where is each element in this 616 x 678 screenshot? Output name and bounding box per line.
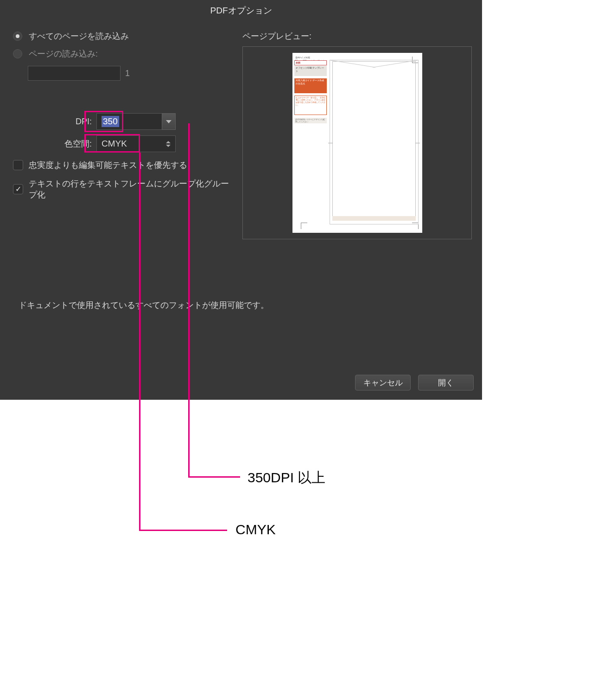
checkbox-checked-icon: ✓	[13, 184, 23, 194]
page-total-count: 1	[125, 69, 130, 78]
colorspace-select[interactable]: CMYK	[96, 135, 176, 152]
annotation-line-cs-v	[139, 153, 140, 531]
colorspace-label: 色空間:	[13, 138, 96, 149]
preview-title: オフセット印刷 テンプレート	[294, 66, 327, 76]
page-preview-box: 長4サイズ封筒 90mm×205mmカラー/モノクロ 表面 オフセット印刷 テン…	[242, 46, 472, 239]
font-status-text: ドキュメントで使用されているすべてのフォントが使用可能です。	[19, 300, 269, 311]
dpi-label: DPI:	[13, 117, 96, 127]
radio-selected-icon	[13, 32, 22, 41]
radio-page-range[interactable]: ページの読み込み:	[13, 48, 235, 59]
annotation-dpi-label: 350DPI 以上	[248, 468, 325, 487]
cancel-button[interactable]: キャンセル	[355, 375, 411, 390]
annotation-cs-label: CMYK	[235, 522, 276, 537]
checkbox-group-text[interactable]: ✓ テキストの行をテキストフレームにグループ化グループ化	[13, 178, 235, 200]
stepper-icon	[166, 141, 171, 147]
open-button[interactable]: 開く	[418, 375, 474, 390]
button-bar: キャンセル 開く	[355, 375, 474, 390]
checkbox-editable-text[interactable]: 忠実度よりも編集可能テキストを優先する	[13, 160, 235, 171]
checkbox-editable-text-label: 忠実度よりも編集可能テキストを優先する	[29, 160, 187, 171]
checkbox-unchecked-icon	[13, 160, 23, 170]
radio-unselected-icon	[13, 49, 22, 58]
preview-outline-box: 仕上がりサイズ・塗り足し・文字位置にご注意ください。デザイン部分は塗り足しを含め…	[294, 96, 327, 115]
right-panel: ページプレビュー: 長4サイズ封筒 90mm×205mmカラー/モノクロ	[235, 31, 473, 239]
dialog-content: すべてのページを読み込み ページの読み込み: 1 DPI: 350	[0, 31, 482, 239]
checkbox-group-text-label: テキストの行をテキストフレームにグループ化グループ化	[29, 178, 235, 200]
annotation-line-cs-h	[139, 530, 227, 531]
colorspace-value: CMYK	[102, 139, 127, 149]
annotation-line-dpi-h	[188, 476, 240, 478]
dpi-field-row: DPI: 350	[13, 113, 235, 130]
annotation-line-dpi-v	[188, 123, 190, 478]
dialog-title: PDFオプション	[0, 3, 482, 31]
colorspace-field-row: 色空間: CMYK	[13, 135, 235, 152]
preview-tag: 表面	[294, 60, 327, 65]
page-range-input[interactable]	[28, 66, 121, 81]
radio-all-pages[interactable]: すべてのページを読み込み	[13, 31, 235, 42]
dpi-input[interactable]: 350	[96, 113, 162, 130]
radio-page-range-label: ページの読み込み:	[29, 48, 98, 59]
page-range-row: 1	[13, 66, 235, 81]
pdf-options-dialog: PDFオプション すべてのページを読み込み ページの読み込み: 1 DPI:	[0, 0, 482, 400]
preview-page: 長4サイズ封筒 90mm×205mmカラー/モノクロ 表面 オフセット印刷 テン…	[292, 53, 422, 233]
preview-orange-box: 封筒入稿ガイド データ作成の注意点	[294, 78, 327, 93]
dpi-value: 350	[102, 116, 119, 127]
left-panel: すべてのページを読み込み ページの読み込み: 1 DPI: 350	[13, 31, 235, 239]
chevron-down-icon	[166, 120, 171, 123]
dpi-dropdown-button[interactable]	[162, 113, 176, 130]
radio-all-pages-label: すべてのページを読み込み	[29, 31, 129, 42]
preview-label: ページプレビュー:	[242, 31, 473, 42]
preview-gray-box: 必ず印刷用レイヤーにデザインを配置してください	[294, 118, 327, 123]
